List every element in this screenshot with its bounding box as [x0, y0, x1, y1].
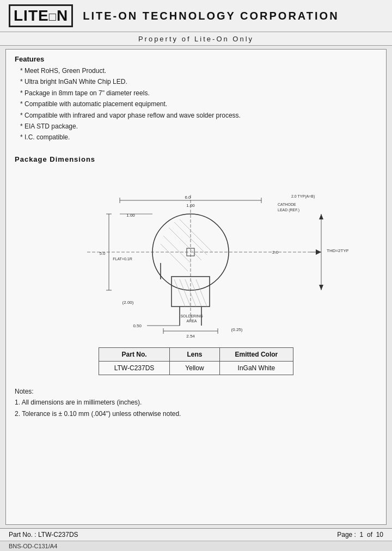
table-cell-partno: LTW-C237DS — [99, 361, 170, 375]
package-diagram: 6.0 5.0 (2.00) CATHODE LEAD (REF.) THD=2… — [44, 168, 348, 342]
table-header-color: Emitted Color — [219, 347, 293, 361]
svg-line-8 — [180, 219, 212, 252]
list-item: * Compatible with infrared and vapor pha… — [20, 110, 377, 121]
main-content: Features * Meet RoHS, Green Product. * U… — [5, 49, 387, 525]
svg-text:5.0: 5.0 — [99, 251, 106, 256]
notes-item-1: 1. All dimensions are in millimeters (in… — [15, 397, 377, 408]
bottom-bar: BNS-OD-C131/A4 — [0, 541, 392, 551]
table-header-partno: Part No. — [99, 347, 170, 361]
svg-text:(0.25): (0.25) — [231, 327, 243, 332]
features-list: * Meet RoHS, Green Product. * Ultra brig… — [15, 65, 377, 143]
company-name: LITE-ON TECHNOLOGY CORPORATION — [83, 10, 339, 22]
svg-marker-46 — [316, 249, 321, 255]
svg-line-12 — [174, 279, 185, 307]
footer-part: Part No. : LTW-C237DS — [9, 531, 78, 538]
table-cell-color: InGaN White — [219, 361, 293, 375]
svg-text:2.0 TYP(A=B): 2.0 TYP(A=B) — [291, 194, 315, 199]
features-title: Features — [15, 55, 377, 63]
svg-line-13 — [180, 279, 191, 307]
list-item: * Ultra bright InGaN White Chip LED. — [20, 76, 377, 87]
footer-page: Page : 1 of 10 — [337, 531, 383, 538]
page-wrapper: LITE□N LITE-ON TECHNOLOGY CORPORATION Pr… — [0, 0, 392, 551]
svg-text:2.54: 2.54 — [186, 334, 195, 339]
logo-text: LITE□N — [14, 7, 68, 24]
header: LITE□N LITE-ON TECHNOLOGY CORPORATION — [0, 0, 392, 32]
subtitle-bar: Property of Lite-On Only — [0, 32, 392, 46]
svg-text:CATHODE: CATHODE — [278, 203, 296, 206]
logo-box: LITE□N — [9, 4, 73, 27]
notes-section: Notes: 1. All dimensions are in millimet… — [15, 386, 377, 419]
svg-marker-30 — [319, 285, 323, 290]
diagram-area: 6.0 5.0 (2.00) CATHODE LEAD (REF.) THD=2… — [15, 168, 377, 342]
bottom-text: BNS-OD-C131/A4 — [9, 543, 57, 549]
list-item: * Package in 8mm tape on 7" diameter ree… — [20, 88, 377, 99]
table-row: LTW-C237DS Yellow InGaN White — [99, 361, 293, 375]
svg-line-9 — [169, 228, 201, 260]
svg-text:2.0: 2.0 — [272, 250, 279, 255]
svg-text:6.0: 6.0 — [185, 195, 191, 200]
svg-text:SOLDERING: SOLDERING — [180, 314, 203, 318]
table-cell-lens: Yellow — [170, 361, 219, 375]
svg-text:0.50: 0.50 — [133, 323, 142, 328]
svg-text:LEAD (REF.): LEAD (REF.) — [278, 208, 299, 212]
svg-line-15 — [191, 279, 201, 307]
svg-text:(2.00): (2.00) — [122, 300, 134, 305]
svg-text:THD=2TYP: THD=2TYP — [327, 248, 348, 253]
notes-item-2: 2. Tolerance is ± 0.10 mm (.004") unless… — [15, 408, 377, 419]
subtitle-text: Property of Lite-On Only — [138, 35, 254, 43]
table-header-lens: Lens — [170, 347, 219, 361]
footer-bar: Part No. : LTW-C237DS Page : 1 of 10 — [0, 528, 392, 541]
parts-table: Part No. Lens Emitted Color LTW-C237DS Y… — [99, 347, 294, 375]
list-item: * Compatible with automatic placement eq… — [20, 99, 377, 109]
svg-line-16 — [196, 279, 207, 307]
package-dimensions-title: Package Dimensions — [15, 155, 377, 163]
svg-text:FLAT=0.1R: FLAT=0.1R — [113, 257, 132, 261]
svg-line-11 — [161, 244, 188, 271]
svg-text:1.00: 1.00 — [186, 203, 195, 208]
list-item: * EIA STD package. — [20, 121, 377, 132]
svg-text:AREA: AREA — [186, 319, 197, 323]
svg-marker-29 — [319, 214, 323, 219]
notes-title: Notes: — [15, 386, 377, 397]
list-item: * I.C. compatible. — [20, 132, 377, 143]
svg-text:1.00: 1.00 — [126, 213, 135, 218]
list-item: * Meet RoHS, Green Product. — [20, 65, 377, 76]
